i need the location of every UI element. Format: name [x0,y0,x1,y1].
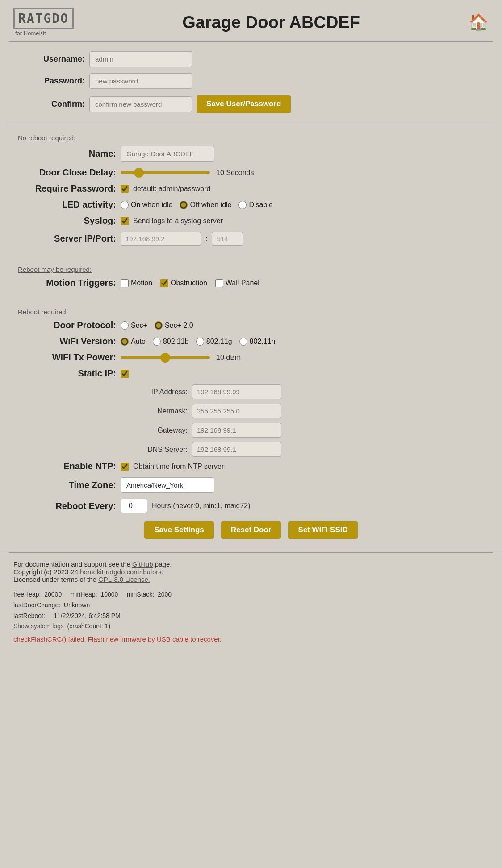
wifi-80211g-label: 802.11g [206,338,232,346]
syslog-checkbox[interactable] [121,217,129,225]
footer-doc-text: For documentation and support see the [13,560,132,568]
motion-trigger-obstruction: Obstruction [160,279,207,287]
static-ip-checkbox[interactable] [121,370,129,378]
stats-reboot-line: lastReboot: 11/22/2024, 6:42:58 PM [13,611,489,622]
led-radio-group: On when idle Off when idle Disable [121,201,273,209]
contributors-link[interactable]: homekit-ratgdo contributors. [80,568,163,576]
set-wifi-ssid-button[interactable]: Set WiFi SSID [288,521,357,539]
footer-license-text: Licensed under terms of the [13,576,98,583]
reboot-maybe-section: Reboot may be required: Motion Triggers:… [0,256,502,298]
led-disable-radio[interactable] [238,201,247,209]
header: RATGDO for HomeKit Garage Door ABCDEF 🏠 [0,0,502,41]
door-close-delay-slider[interactable] [121,171,210,174]
obstruction-checkbox[interactable] [160,279,168,287]
led-on-idle-radio[interactable] [121,201,129,209]
wifi-80211n-item: 802.11n [239,338,276,346]
server-ip-input[interactable] [121,232,201,246]
netmask-row: Netmask: [134,404,484,418]
gateway-row: Gateway: [134,423,484,438]
password-row: Password: [18,73,484,89]
motion-triggers-label: Motion Triggers: [18,278,116,288]
led-on-idle-label: On when idle [131,201,172,209]
wifi-80211n-radio[interactable] [239,338,247,346]
ntp-checkbox[interactable] [121,463,129,471]
wifi-80211g-item: 802.11g [196,338,232,346]
stats-door-line: lastDoorChange: Unknown [13,600,489,611]
wifi-auto-radio[interactable] [121,338,129,346]
license-link[interactable]: GPL-3.0 License. [98,576,150,583]
reboot-required-section: Reboot required: Door Protocol: Sec+ Sec… [0,298,502,552]
wifi-80211b-label: 802.11b [163,338,189,346]
wifi-tx-label: WiFi Tx Power: [18,352,116,363]
sec-plus-radio[interactable] [121,321,129,330]
timezone-label: Time Zone: [18,480,116,490]
save-user-password-button[interactable]: Save User/Password [197,95,291,113]
stats-logs-line: Show system logs (crashCount: 1) [13,621,489,632]
wall-panel-checkbox[interactable] [215,279,223,287]
server-ip-row: Server IP/Port: : [18,232,484,246]
reboot-hours-label: Hours (never:0, min:1, max:72) [152,502,251,510]
save-settings-button[interactable]: Save Settings [144,521,214,539]
motion-checkbox[interactable] [121,279,129,287]
footer-stats: freeHeap: 20000 minHeap: 10000 minStack:… [13,589,489,645]
obstruction-label: Obstruction [171,279,207,287]
sec-plus-2-label: Sec+ 2.0 [165,321,193,330]
ip-address-input[interactable] [192,384,281,399]
reset-door-button[interactable]: Reset Door [221,521,281,539]
ip-address-label: IP Address: [134,388,188,396]
motion-triggers-group: Motion Obstruction Wall Panel [121,279,259,287]
confirm-row: Confirm: Save User/Password [18,95,484,113]
reboot-every-row: Reboot Every: Hours (never:0, min:1, max… [18,499,484,513]
wifi-80211g-radio[interactable] [196,338,204,346]
sec-plus-label: Sec+ [131,321,147,330]
min-stack-label: minStack: [127,591,154,598]
username-label: Username: [18,54,85,64]
show-system-logs-link[interactable]: Show system logs [13,622,64,630]
led-off-idle-radio[interactable] [180,201,188,209]
reboot-every-input[interactable] [121,499,147,513]
reboot-every-label: Reboot Every: [18,501,116,511]
wifi-tx-value: 10 dBm [216,354,241,362]
password-input[interactable] [89,73,192,89]
wifi-version-group: Auto 802.11b 802.11g 802.11n [121,338,275,346]
wifi-auto-label: Auto [131,338,146,346]
timezone-row: Time Zone: [18,477,484,493]
last-door-value: Unknown [64,601,90,609]
dns-input[interactable] [192,442,281,457]
syslog-text: Send logs to a syslog server [133,217,223,225]
motion-label: Motion [131,279,152,287]
require-password-label: Require Password: [18,184,116,194]
timezone-input[interactable] [121,477,214,493]
page-title: Garage Door ABCDEF [83,13,460,32]
wifi-tx-slider-container: 10 dBm [121,354,241,362]
door-close-delay-value: 10 Seconds [216,169,254,177]
wifi-tx-slider[interactable] [121,356,210,359]
footer-doc-line: For documentation and support see the Gi… [13,560,489,568]
door-protocol-label: Door Protocol: [18,320,116,330]
motion-triggers-row: Motion Triggers: Motion Obstruction Wall… [18,278,484,288]
last-door-label: lastDoorChange: [13,601,60,609]
wifi-auto-item: Auto [121,338,146,346]
server-port-input[interactable] [212,232,243,246]
name-input[interactable] [121,146,214,162]
require-password-checkbox[interactable] [121,185,129,193]
netmask-input[interactable] [192,404,281,418]
footer-doc-text2: page. [153,560,172,568]
min-heap-label: minHeap: [71,591,97,598]
reboot-maybe-label: Reboot may be required: [18,266,484,273]
confirm-input[interactable] [89,96,192,112]
static-ip-row: Static IP: [18,368,484,379]
wifi-80211b-radio[interactable] [153,338,161,346]
min-heap-value: 10000 [100,591,118,598]
dns-row: DNS Server: [134,442,484,457]
static-ip-label: Static IP: [18,368,116,379]
no-reboot-section: No reboot required: Name: Door Close Del… [0,124,502,256]
wifi-80211n-label: 802.11n [250,338,276,346]
stats-heap-line: freeHeap: 20000 minHeap: 10000 minStack:… [13,589,489,600]
sec-plus-2-radio[interactable] [155,321,163,330]
gateway-input[interactable] [192,423,281,438]
username-input[interactable] [89,51,192,67]
require-password-text: default: admin/password [133,185,210,193]
github-link[interactable]: GitHub [132,560,153,568]
last-reboot-value: 11/22/2024, 6:42:58 PM [54,612,120,619]
